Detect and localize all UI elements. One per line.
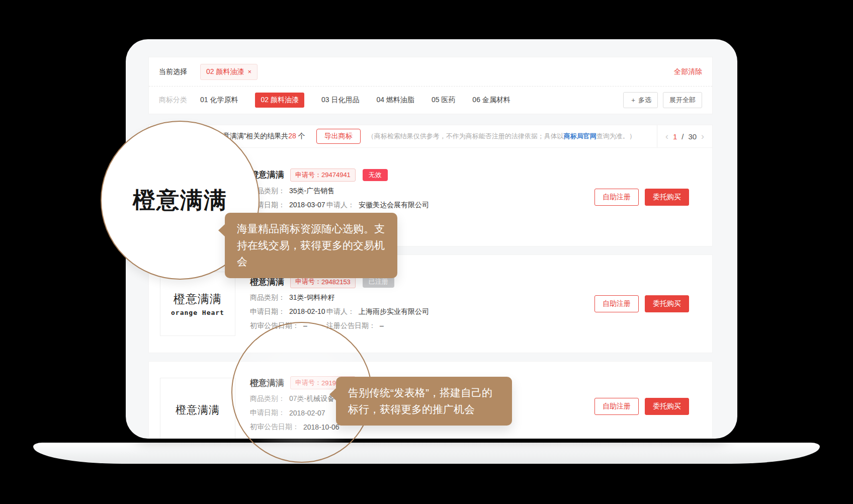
entrust-purchase-button[interactable]: 委托购买 (645, 295, 689, 312)
promo-tooltip-trade: 海量精品商标资源随心选购。支持在线交易，获得更多的交易机会 (225, 213, 397, 278)
selected-filter-tag[interactable]: 02 颜料油漆 × (200, 64, 258, 80)
trademark-office-link[interactable]: 商标局官网 (564, 132, 596, 140)
expand-all-button[interactable]: 展开全部 (663, 92, 702, 108)
category-item-05[interactable]: 05 医药 (432, 96, 455, 105)
category-item-06[interactable]: 06 金属材料 (472, 96, 510, 105)
category-item-04[interactable]: 04 燃料油脂 (376, 96, 414, 105)
current-selection-row: 当前选择 02 颜料油漆 × 全部清除 (149, 57, 712, 86)
category-list: 01 化学原料 02 颜料油漆 03 日化用品 04 燃料油脂 05 医药 06… (200, 93, 510, 108)
filter-panel: 当前选择 02 颜料油漆 × 全部清除 商标分类 01 化学原料 02 颜料油漆… (148, 57, 713, 114)
mockup-stage: 当前选择 02 颜料油漆 × 全部清除 商标分类 01 化学原料 02 颜料油漆… (0, 0, 853, 504)
export-trademarks-button[interactable]: 导出商标 (316, 129, 361, 144)
application-number-tag: 申请号：29474941 (290, 169, 356, 182)
self-register-button[interactable]: 自助注册 (594, 398, 639, 415)
remove-tag-icon[interactable]: × (247, 68, 251, 75)
trademark-thumbnail[interactable]: 橙意满满 orange Heart (160, 272, 235, 336)
category-item-02-selected[interactable]: 02 颜料油漆 (255, 93, 304, 108)
promo-tooltip-promotion: 告别传统“发表格”，搭建自己的标行，获得更多的推广机会 (336, 377, 512, 426)
current-selection-label: 当前选择 (159, 67, 187, 76)
trademark-latin-name: orange Heart (171, 309, 224, 316)
self-register-button[interactable]: 自助注册 (594, 189, 639, 206)
magnified-trademark-text: 橙意满满 (133, 185, 227, 215)
status-badge-invalid: 无效 (363, 169, 388, 181)
entrust-purchase-button[interactable]: 委托购买 (645, 189, 689, 206)
category-item-03[interactable]: 03 日化用品 (321, 96, 359, 105)
tooltip-arrow-left-icon (218, 224, 225, 237)
results-disclaimer: （商标检索结果仅供参考，不作为商标能否注册的法律依据；具体以商标局官网查询为准。… (368, 132, 636, 141)
total-pages: 30 (688, 132, 697, 141)
category-row-label: 商标分类 (159, 96, 187, 105)
prev-page-button[interactable]: ‹ (665, 132, 668, 141)
trademark-thumbnail[interactable]: 橙意满满 (160, 378, 235, 439)
results-count: 28 (288, 132, 296, 140)
self-register-button[interactable]: 自助注册 (594, 295, 639, 312)
category-item-01[interactable]: 01 化学原料 (200, 96, 238, 105)
laptop-base (33, 443, 820, 464)
selected-filter-tag-text: 02 颜料油漆 (206, 67, 244, 76)
multi-select-button[interactable]: ＋ 多选 (623, 92, 658, 108)
entrust-purchase-button[interactable]: 委托购买 (645, 398, 689, 415)
category-row: 商标分类 01 化学原料 02 颜料油漆 03 日化用品 04 燃料油脂 05 … (149, 86, 712, 114)
tooltip-arrow-left-icon (329, 388, 336, 401)
current-page: 1 (673, 132, 677, 141)
next-page-button[interactable]: › (701, 132, 704, 141)
pagination: ‹ 1 / 30 › (657, 125, 712, 147)
clear-all-link[interactable]: 全部清除 (674, 67, 702, 76)
